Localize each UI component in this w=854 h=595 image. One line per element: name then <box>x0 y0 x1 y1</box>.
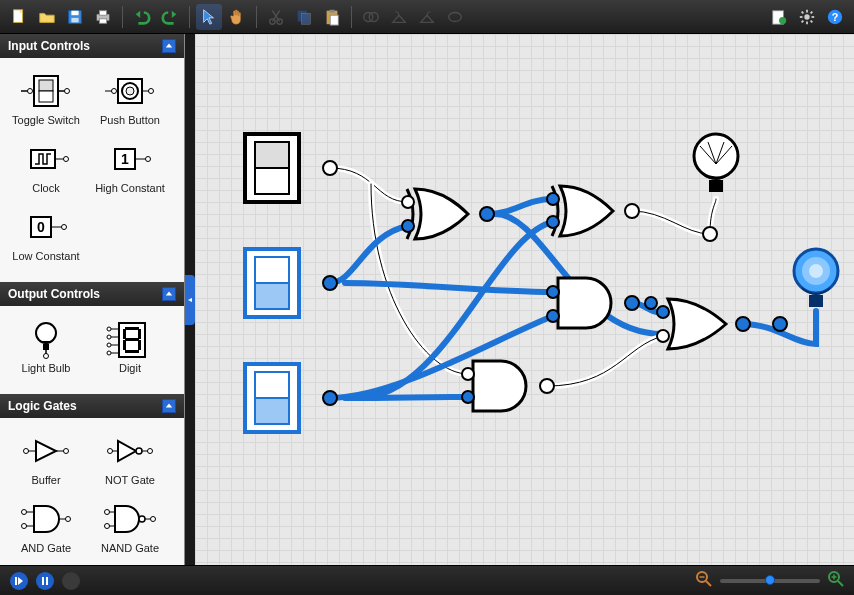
svg-rect-41 <box>39 91 53 102</box>
svg-rect-82 <box>138 340 141 350</box>
canvas-xor-gate-2[interactable] <box>552 186 613 236</box>
settings-button[interactable] <box>794 4 820 30</box>
panel-header-input-controls[interactable]: Input Controls <box>0 34 184 58</box>
svg-rect-81 <box>123 340 126 350</box>
svg-rect-4 <box>71 17 78 22</box>
collapse-icon[interactable] <box>162 399 176 413</box>
panel-header-output-controls[interactable]: Output Controls <box>0 282 184 306</box>
canvas-light-bulb-1[interactable] <box>694 134 738 192</box>
rotate-left-button[interactable] <box>386 4 412 30</box>
svg-point-137 <box>736 317 750 331</box>
cut-button[interactable] <box>263 4 289 30</box>
svg-point-121 <box>323 276 337 290</box>
palette-label: High Constant <box>88 182 172 194</box>
help-button[interactable]: ? <box>822 4 848 30</box>
step-button[interactable] <box>10 572 28 590</box>
palette-label: Low Constant <box>4 250 88 262</box>
svg-line-33 <box>811 11 813 13</box>
svg-point-50 <box>149 89 154 94</box>
and-gate-icon <box>4 500 88 538</box>
collapse-icon[interactable] <box>162 39 176 53</box>
palette-nand-gate[interactable]: NAND Gate <box>88 496 172 564</box>
svg-rect-144 <box>46 577 48 585</box>
pointer-tool-button[interactable] <box>196 4 222 30</box>
canvas-viewport[interactable] <box>195 34 854 565</box>
svg-point-88 <box>64 449 69 454</box>
component-sidebar[interactable]: Input Controls Toggle Switch Push Button <box>0 34 185 565</box>
svg-line-32 <box>802 20 804 22</box>
svg-point-38 <box>28 89 33 94</box>
svg-text:1: 1 <box>121 151 129 167</box>
zoom-out-button[interactable] <box>696 571 712 590</box>
circuit-svg <box>195 34 854 564</box>
bottom-bar <box>0 565 854 595</box>
svg-point-125 <box>480 207 494 221</box>
svg-point-122 <box>323 391 337 405</box>
palette-toggle-switch[interactable]: Toggle Switch <box>4 68 88 136</box>
redo-button[interactable] <box>157 4 183 30</box>
pan-tool-button[interactable] <box>224 4 250 30</box>
collapse-icon[interactable] <box>162 287 176 301</box>
svg-point-67 <box>107 327 111 331</box>
svg-point-45 <box>112 89 117 94</box>
svg-rect-141 <box>15 577 17 585</box>
push-button-icon <box>88 72 172 110</box>
palette-low-constant[interactable]: 0 Low Constant <box>4 204 88 272</box>
group-button[interactable] <box>358 4 384 30</box>
palette-clock[interactable]: Clock <box>4 136 88 204</box>
canvas-toggle-switch-1[interactable] <box>245 134 299 202</box>
svg-marker-21 <box>421 15 434 22</box>
svg-point-134 <box>540 379 554 393</box>
copy-button[interactable] <box>291 4 317 30</box>
rotate-right-button[interactable] <box>414 4 440 30</box>
svg-point-25 <box>804 14 809 19</box>
canvas-toggle-switch-3[interactable] <box>245 364 299 432</box>
circuit-canvas[interactable] <box>195 34 854 565</box>
buffer-icon <box>4 432 88 470</box>
svg-point-131 <box>625 296 639 310</box>
screenshot-button[interactable] <box>766 4 792 30</box>
canvas-toggle-switch-2[interactable] <box>245 249 299 317</box>
svg-marker-62 <box>166 292 172 296</box>
canvas-light-bulb-2[interactable] <box>794 249 838 307</box>
svg-rect-40 <box>39 80 53 91</box>
svg-point-69 <box>107 343 111 347</box>
palette-push-button[interactable]: Push Button <box>88 68 172 136</box>
palette-label: Toggle Switch <box>4 114 88 126</box>
save-file-button[interactable] <box>62 4 88 30</box>
zoom-in-button[interactable] <box>828 571 844 590</box>
svg-point-96 <box>22 524 27 529</box>
zoom-slider-thumb[interactable] <box>765 575 775 585</box>
sidebar-collapse-button[interactable]: ◂ <box>185 275 195 325</box>
svg-rect-143 <box>42 577 44 585</box>
print-button[interactable] <box>90 4 116 30</box>
svg-rect-16 <box>329 9 334 12</box>
palette-and-gate[interactable]: AND Gate <box>4 496 88 564</box>
undo-button[interactable] <box>129 4 155 30</box>
svg-point-100 <box>66 517 71 522</box>
zoom-slider[interactable] <box>720 579 820 583</box>
canvas-or-gate-1[interactable] <box>668 299 726 349</box>
record-indicator[interactable] <box>62 572 80 590</box>
svg-marker-8 <box>136 10 141 17</box>
canvas-xor-gate-1[interactable] <box>407 189 468 239</box>
toggle-switch-icon <box>4 72 88 110</box>
canvas-and-gate-1[interactable] <box>558 278 611 328</box>
svg-point-124 <box>402 220 414 232</box>
panel-header-logic-gates[interactable]: Logic Gates <box>0 394 184 418</box>
svg-line-31 <box>811 20 813 22</box>
svg-point-89 <box>108 449 113 454</box>
paste-button[interactable] <box>319 4 345 30</box>
palette-light-bulb[interactable]: Light Bulb <box>4 316 88 384</box>
palette-digit[interactable]: Digit <box>88 316 172 384</box>
open-file-button[interactable] <box>34 4 60 30</box>
svg-point-68 <box>107 335 111 339</box>
palette-not-gate[interactable]: NOT Gate <box>88 428 172 496</box>
flip-button[interactable] <box>442 4 468 30</box>
canvas-and-gate-2[interactable] <box>473 361 526 411</box>
palette-buffer[interactable]: Buffer <box>4 428 88 496</box>
new-file-button[interactable] <box>6 4 32 30</box>
svg-point-136 <box>657 330 669 342</box>
palette-high-constant[interactable]: 1 High Constant <box>88 136 172 204</box>
pause-button[interactable] <box>36 572 54 590</box>
